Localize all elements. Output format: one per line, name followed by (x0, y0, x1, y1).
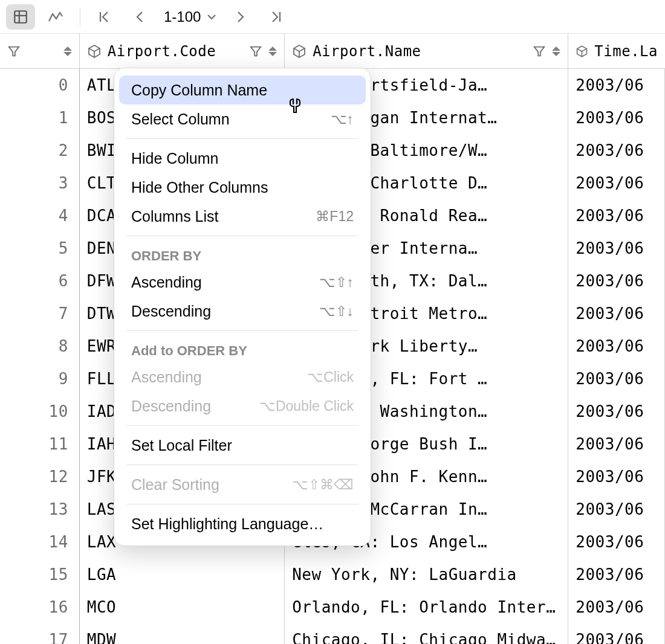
menu-columns-list[interactable]: Columns List ⌘F12 (119, 202, 366, 231)
cell-time[interactable]: 2003/06 (568, 362, 665, 395)
toolbar-divider (80, 8, 80, 26)
cell-time[interactable]: 2003/06 (568, 199, 665, 232)
cell-time[interactable]: 2003/06 (568, 526, 665, 558)
menu-divider (126, 504, 358, 504)
cell-airport-name[interactable]: Orlando, FL: Orlando Inter… (285, 591, 568, 623)
row-number: 15 (0, 558, 80, 591)
cell-airport-name[interactable]: New York, NY: LaGuardia (285, 558, 568, 591)
svg-marker-5 (9, 47, 19, 56)
toolbar: 1-100 (0, 0, 665, 34)
column-header-airport-code[interactable]: Airport.Code (80, 34, 285, 68)
row-number: 2 (0, 134, 80, 167)
cell-time[interactable]: 2003/06 (568, 134, 665, 167)
sort-icon (63, 47, 72, 56)
menu-shortcut: ⌥⇧↓ (319, 303, 354, 320)
column-header-time[interactable]: Time.La (568, 34, 665, 68)
cell-airport-code[interactable]: LGA (80, 558, 285, 591)
cell-airport-name[interactable]: Chicago, IL: Chicago Midwa… (285, 623, 568, 644)
menu-label: Select Column (131, 111, 230, 128)
column-headers: Airport.Code Airport.Name Time.La (0, 34, 665, 69)
first-page-icon (98, 10, 111, 24)
row-number: 13 (0, 493, 80, 526)
svg-marker-7 (534, 47, 545, 56)
cell-time[interactable]: 2003/06 (568, 330, 665, 362)
row-number: 5 (0, 232, 80, 265)
row-number: 1 (0, 101, 80, 134)
menu-add-order-desc: Descending ⌥Double Click (119, 391, 366, 420)
menu-label: Ascending (131, 274, 202, 291)
cell-time[interactable]: 2003/06 (568, 493, 665, 526)
menu-hide-column[interactable]: Hide Column (119, 144, 366, 173)
cell-time[interactable]: 2003/06 (568, 69, 665, 101)
chevron-right-icon (235, 10, 246, 24)
column-title: Time.La (594, 43, 658, 60)
first-page-button[interactable] (90, 4, 119, 30)
menu-label: Descending (131, 303, 211, 320)
menu-shortcut: ⌥Click (307, 369, 354, 385)
cell-time[interactable]: 2003/06 (568, 265, 665, 297)
menu-section-add-orderby: Add to ORDER BY (114, 336, 371, 362)
table-icon (13, 9, 28, 25)
svg-marker-6 (251, 47, 261, 56)
cell-time[interactable]: 2003/06 (568, 167, 665, 199)
menu-label: Hide Column (131, 150, 219, 167)
menu-hide-other-columns[interactable]: Hide Other Columns (119, 173, 366, 202)
menu-order-desc[interactable]: Descending ⌥⇧↓ (119, 297, 366, 326)
table-row[interactable]: 15LGANew York, NY: LaGuardia2003/06 (0, 558, 665, 591)
menu-shortcut: ⌥↑ (331, 111, 354, 127)
column-title: Airport.Name (313, 43, 527, 60)
menu-label: Copy Column Name (131, 82, 267, 99)
menu-divider (126, 425, 358, 426)
cell-time[interactable]: 2003/06 (568, 558, 665, 591)
menu-shortcut: ⌥⇧↑ (319, 274, 354, 291)
cell-time[interactable]: 2003/06 (568, 232, 665, 265)
row-number: 9 (0, 362, 80, 395)
last-page-button[interactable] (261, 4, 290, 30)
row-number: 10 (0, 395, 80, 428)
cell-time[interactable]: 2003/06 (568, 623, 665, 644)
sort-icon (552, 47, 560, 56)
table-row[interactable]: 16MCOOrlando, FL: Orlando Inter…2003/06 (0, 591, 665, 623)
cell-airport-code[interactable]: MCO (80, 591, 285, 623)
cell-time[interactable]: 2003/06 (568, 101, 665, 134)
menu-shortcut: ⌥⇧⌘⌫ (292, 477, 354, 493)
line-chart-icon (48, 10, 63, 24)
view-table-button[interactable] (6, 4, 35, 30)
page-range-dropdown[interactable]: 1-100 (160, 8, 220, 25)
menu-set-highlighting-language[interactable]: Set Highlighting Language… (119, 509, 366, 538)
row-number: 12 (0, 460, 80, 493)
prev-page-button[interactable] (125, 4, 154, 30)
cell-time[interactable]: 2003/06 (568, 591, 665, 623)
rownum-header[interactable] (0, 34, 80, 68)
svg-rect-0 (15, 11, 27, 23)
row-number: 4 (0, 199, 80, 232)
filter-icon (7, 45, 21, 58)
cell-time[interactable]: 2003/06 (568, 395, 665, 428)
menu-shortcut: ⌥Double Click (259, 398, 354, 414)
menu-divider (126, 236, 358, 236)
menu-clear-sorting: Clear Sorting ⌥⇧⌘⌫ (119, 470, 366, 499)
last-page-icon (269, 10, 282, 24)
menu-set-local-filter[interactable]: Set Local Filter (119, 431, 366, 460)
row-number: 3 (0, 167, 80, 199)
cell-airport-code[interactable]: MDW (80, 623, 285, 644)
next-page-button[interactable] (226, 4, 255, 30)
table-row[interactable]: 17MDWChicago, IL: Chicago Midwa…2003/06 (0, 623, 665, 644)
cell-time[interactable]: 2003/06 (568, 460, 665, 493)
cube-icon (576, 44, 588, 59)
filter-icon (249, 45, 262, 58)
menu-label: Ascending (131, 369, 202, 386)
column-context-menu: Copy Column Name Select Column ⌥↑ Hide C… (114, 68, 371, 546)
menu-copy-column-name[interactable]: Copy Column Name (119, 76, 366, 105)
menu-label: Set Highlighting Language… (131, 515, 323, 533)
menu-section-orderby: ORDER BY (114, 241, 371, 268)
filter-icon (533, 45, 546, 58)
menu-select-column[interactable]: Select Column ⌥↑ (119, 105, 366, 134)
column-header-airport-name[interactable]: Airport.Name (285, 34, 568, 68)
menu-order-asc[interactable]: Ascending ⌥⇧↑ (119, 268, 366, 297)
row-number: 6 (0, 265, 80, 297)
cell-time[interactable]: 2003/06 (568, 297, 665, 330)
view-chart-button[interactable] (41, 4, 70, 30)
menu-label: Descending (131, 398, 211, 415)
cell-time[interactable]: 2003/06 (568, 428, 665, 460)
